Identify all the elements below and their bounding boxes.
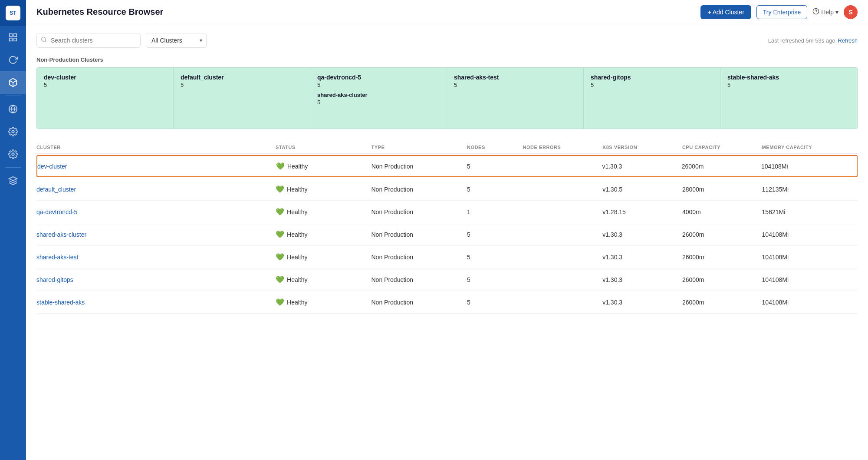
- cluster-link[interactable]: default_cluster: [36, 186, 76, 193]
- sidebar-item-globe[interactable]: [0, 98, 26, 120]
- grid-icon: [8, 33, 18, 42]
- table-row[interactable]: qa-devtroncd-5 💚 Healthy Non Production …: [36, 201, 858, 223]
- type-cell: Non Production: [371, 276, 467, 283]
- cluster-link[interactable]: stable-shared-aks: [36, 299, 85, 306]
- cluster-card-name: dev-cluster: [44, 74, 166, 81]
- cluster-card[interactable]: default_cluster 5: [174, 68, 310, 129]
- sidebar-logo[interactable]: ST: [0, 0, 26, 26]
- table-row[interactable]: shared-aks-test 💚 Healthy Non Production…: [36, 246, 858, 268]
- nodes-cell: 5: [467, 276, 523, 283]
- cluster-card-name: default_cluster: [181, 74, 303, 81]
- status-label: Healthy: [287, 276, 307, 283]
- cluster-link[interactable]: shared-aks-test: [36, 254, 78, 261]
- cluster-card-count: 5: [317, 82, 440, 88]
- type-cell: Non Production: [371, 186, 467, 193]
- sidebar-item-settings2[interactable]: [0, 143, 26, 165]
- help-button[interactable]: Help ▾: [812, 8, 838, 16]
- cpu-capacity-cell: 26000m: [682, 254, 762, 261]
- cluster-table: CLUSTERSTATUSTYPENODESNODE ERRORSK8S VER…: [36, 141, 858, 314]
- status-cell: 💚 Healthy: [276, 208, 371, 216]
- table-row[interactable]: dev-cluster 💚 Healthy Non Production 5 v…: [36, 155, 858, 177]
- sidebar-divider-1: [5, 96, 21, 96]
- sidebar-item-dashboard[interactable]: [0, 26, 26, 49]
- status-cell: 💚 Healthy: [276, 253, 371, 261]
- table-body: dev-cluster 💚 Healthy Non Production 5 v…: [36, 155, 858, 314]
- add-cluster-button[interactable]: + Add Cluster: [700, 5, 751, 19]
- cluster-link[interactable]: dev-cluster: [37, 163, 67, 170]
- sidebar-item-kubernetes[interactable]: [0, 71, 26, 94]
- status-label: Healthy: [287, 163, 308, 170]
- health-icon: 💚: [276, 208, 284, 216]
- cluster-card[interactable]: shared-aks-test 5: [447, 68, 584, 129]
- cluster-name-cell: shared-gitops: [36, 276, 276, 283]
- svg-marker-9: [9, 177, 17, 181]
- memory-capacity-cell: 15621Mi: [762, 208, 858, 215]
- nodes-cell: 5: [467, 231, 523, 238]
- layers-icon: [8, 176, 18, 185]
- k8s-version-cell: v1.30.5: [602, 186, 682, 193]
- table-row[interactable]: shared-gitops 💚 Healthy Non Production 5…: [36, 268, 858, 291]
- health-icon: 💚: [276, 253, 284, 261]
- nodes-cell: 5: [467, 186, 523, 193]
- try-enterprise-button[interactable]: Try Enterprise: [756, 5, 807, 19]
- svg-point-8: [12, 153, 14, 156]
- sidebar-divider-2: [5, 167, 21, 168]
- cluster-link[interactable]: shared-gitops: [36, 276, 73, 283]
- k8s-version-cell: v1.30.3: [602, 299, 682, 306]
- cluster-filter-select[interactable]: All Clusters: [146, 33, 207, 48]
- table-header-cell: CPU CAPACITY: [682, 145, 762, 150]
- type-cell: Non Production: [371, 231, 467, 238]
- content-area: All Clusters ▾ Last refreshed 5m 53s ago…: [26, 24, 868, 460]
- type-cell: Non Production: [371, 299, 467, 306]
- memory-capacity-cell: 104108Mi: [761, 163, 857, 170]
- type-cell: Non Production: [372, 163, 467, 170]
- cluster-card[interactable]: shared-gitops 5: [584, 68, 720, 129]
- cluster-cards-grid: dev-cluster 5default_cluster 5qa-devtron…: [36, 67, 858, 129]
- memory-capacity-cell: 104108Mi: [762, 254, 858, 261]
- cluster-name-cell: dev-cluster: [37, 163, 276, 170]
- cluster-card[interactable]: dev-cluster 5: [37, 68, 174, 129]
- health-icon: 💚: [276, 230, 284, 238]
- cluster-link[interactable]: qa-devtroncd-5: [36, 208, 77, 215]
- sidebar-item-settings1[interactable]: [0, 120, 26, 143]
- cluster-card[interactable]: stable-shared-aks 5: [720, 68, 857, 129]
- filter-select-wrapper: All Clusters ▾: [146, 33, 207, 48]
- table-row[interactable]: stable-shared-aks 💚 Healthy Non Producti…: [36, 291, 858, 314]
- refresh-icon: [8, 55, 18, 65]
- status-label: Healthy: [287, 186, 307, 193]
- search-input[interactable]: [36, 33, 141, 48]
- memory-capacity-cell: 112135Mi: [762, 186, 858, 193]
- cluster-name-cell: shared-aks-test: [36, 254, 276, 261]
- cluster-link[interactable]: shared-aks-cluster: [36, 231, 86, 238]
- cluster-name-cell: default_cluster: [36, 186, 276, 193]
- k8s-version-cell: v1.28.15: [602, 208, 682, 215]
- type-cell: Non Production: [371, 208, 467, 215]
- refresh-button[interactable]: Refresh: [838, 37, 858, 44]
- status-cell: 💚 Healthy: [276, 275, 371, 284]
- cluster-card-count: 5: [181, 82, 303, 88]
- svg-rect-2: [10, 38, 12, 41]
- table-row[interactable]: shared-aks-cluster 💚 Healthy Non Product…: [36, 223, 858, 246]
- sidebar-item-refresh[interactable]: [0, 49, 26, 71]
- status-label: Healthy: [287, 299, 307, 306]
- globe-icon: [8, 104, 18, 114]
- cluster-name-cell: qa-devtroncd-5: [36, 208, 276, 215]
- cluster-card-name: qa-devtroncd-5: [317, 74, 440, 81]
- svg-line-13: [45, 41, 46, 42]
- sidebar-item-layers[interactable]: [0, 169, 26, 192]
- cluster-card[interactable]: qa-devtroncd-5 5 shared-aks-cluster 5: [310, 68, 447, 129]
- table-header-cell: NODES: [467, 145, 523, 150]
- main-content: Kubernetes Resource Browser + Add Cluste…: [26, 0, 868, 460]
- cluster-card-count: 5: [727, 82, 850, 88]
- cluster-name-cell: shared-aks-cluster: [36, 231, 276, 238]
- status-cell: 💚 Healthy: [276, 230, 371, 238]
- table-row[interactable]: default_cluster 💚 Healthy Non Production…: [36, 178, 858, 201]
- section-title: Non-Production Clusters: [36, 56, 858, 63]
- status-cell: 💚 Healthy: [276, 185, 371, 193]
- avatar[interactable]: S: [844, 5, 858, 19]
- cluster-card-sub-count: 5: [317, 99, 440, 106]
- nodes-cell: 5: [467, 299, 523, 306]
- cluster-card-name: shared-gitops: [591, 74, 713, 81]
- k8s-version-cell: v1.30.3: [602, 163, 681, 170]
- memory-capacity-cell: 104108Mi: [762, 276, 858, 283]
